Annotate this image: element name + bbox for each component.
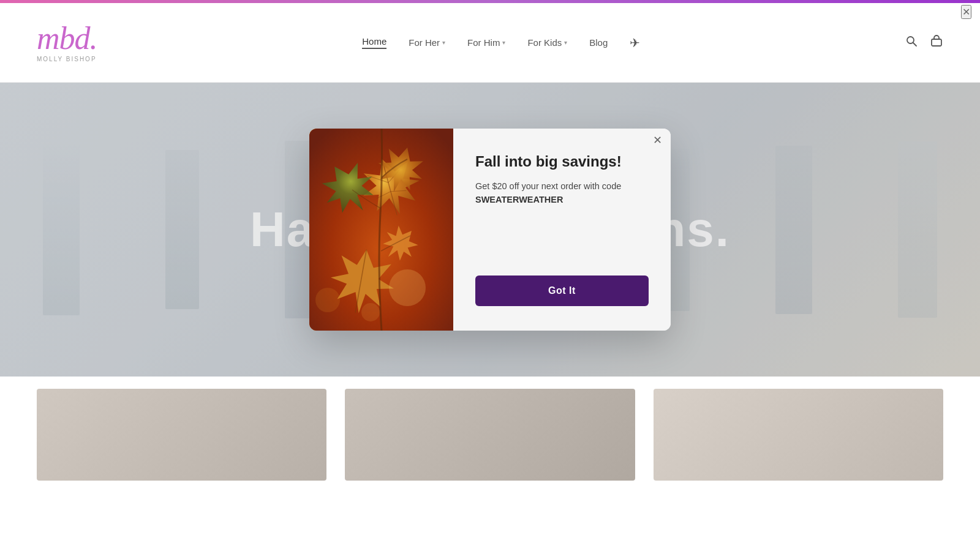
logo-subtext: MOLLY BISHOP [37, 56, 97, 62]
nav-item-travel[interactable]: ✈ [630, 36, 640, 50]
nav-label-for-kids: For Kids [527, 37, 562, 48]
got-it-button[interactable]: Got It [475, 276, 649, 306]
nav-label-home: Home [362, 36, 386, 47]
product-card-2[interactable] [345, 389, 635, 481]
nav-item-for-kids[interactable]: For Kids ▾ [527, 37, 567, 48]
modal-promo-code: SWEATERWEATHER [475, 193, 649, 207]
header: mbd. MOLLY BISHOP Home For Her ▾ For Him… [0, 3, 980, 83]
modal: Fall into big savings! Get $20 off your … [309, 129, 671, 331]
chevron-down-icon-kids: ▾ [564, 39, 567, 46]
nav-item-for-him[interactable]: For Him ▾ [467, 37, 505, 48]
product-card-3[interactable] [654, 389, 943, 481]
product-card-1[interactable] [37, 389, 326, 481]
modal-description: Get $20 off your next order with code SW… [475, 180, 649, 207]
svg-point-0 [907, 37, 914, 43]
page-close-button[interactable]: ✕ [961, 5, 971, 19]
search-icon[interactable] [905, 35, 918, 50]
modal-description-text: Get $20 off your next order with code [475, 181, 621, 191]
logo: mbd. MOLLY BISHOP [37, 23, 97, 62]
modal-overlay: Fall into big savings! Get $20 off your … [0, 83, 980, 377]
modal-close-button[interactable]: ✕ [653, 135, 662, 146]
chevron-down-icon-her: ▾ [442, 39, 445, 46]
nav-label-for-him: For Him [467, 37, 500, 48]
modal-image [309, 129, 453, 331]
svg-point-12 [361, 303, 380, 321]
main-nav: Home For Her ▾ For Him ▾ For Kids ▾ Blog… [362, 36, 640, 50]
product-section [0, 377, 980, 551]
plane-icon: ✈ [630, 36, 640, 50]
logo-text: mbd. [37, 23, 97, 54]
nav-label-for-her: For Her [409, 37, 440, 48]
nav-item-home[interactable]: Home [362, 36, 386, 49]
svg-line-1 [913, 43, 916, 46]
header-action-icons [905, 34, 943, 51]
cart-icon[interactable] [930, 34, 943, 51]
svg-point-11 [315, 288, 340, 312]
nav-label-blog: Blog [589, 37, 608, 48]
modal-content: Fall into big savings! Get $20 off your … [453, 129, 671, 331]
chevron-down-icon-him: ▾ [502, 39, 505, 46]
modal-title: Fall into big savings! [475, 153, 649, 170]
nav-item-blog[interactable]: Blog [589, 37, 608, 48]
svg-point-10 [389, 269, 426, 306]
hero-section: Happy eans. [0, 83, 980, 377]
nav-item-for-her[interactable]: For Her ▾ [409, 37, 445, 48]
svg-rect-2 [932, 39, 941, 46]
autumn-leaves-illustration [309, 129, 453, 331]
